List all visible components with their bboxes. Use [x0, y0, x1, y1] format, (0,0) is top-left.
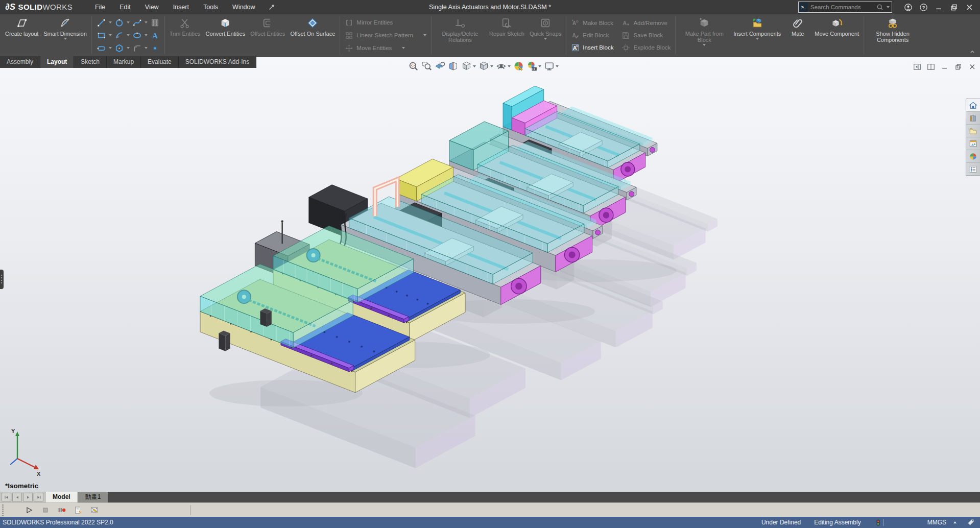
- unit-system-selector[interactable]: MMGS: [927, 519, 946, 526]
- hide-show-items-button[interactable]: [495, 60, 511, 72]
- add-remove-button[interactable]: AAdd/Remove: [619, 17, 673, 29]
- dropdown-arrow-icon[interactable]: [64, 38, 67, 40]
- menu-item-view[interactable]: View: [138, 0, 166, 14]
- tab-evaluate[interactable]: Evaluate: [141, 56, 179, 68]
- zoom-to-area-button[interactable]: [421, 60, 433, 72]
- nav-first-button[interactable]: [2, 493, 11, 501]
- sketch-fillet-button[interactable]: [131, 42, 144, 54]
- taskpane-custom-properties-button[interactable]: [966, 163, 980, 176]
- dropdown-arrow-icon[interactable]: [490, 65, 493, 67]
- search-icon[interactable]: [876, 4, 883, 11]
- graphics-area[interactable]: Y X *Isometric: [0, 56, 980, 492]
- dropdown-arrow-icon[interactable]: [108, 21, 113, 23]
- linear-sketch-pattern-button[interactable]: Linear Sketch Pattern: [342, 29, 429, 41]
- sketch-line-button[interactable]: [95, 17, 108, 29]
- dropdown-arrow-icon[interactable]: [108, 34, 113, 36]
- pane-split-button[interactable]: [927, 63, 935, 71]
- offset-on-surface-button[interactable]: Offset On Surface: [288, 14, 338, 56]
- pane-left-button[interactable]: [913, 63, 921, 71]
- record-button[interactable]: [56, 504, 68, 516]
- dropdown-arrow-icon[interactable]: [508, 65, 511, 67]
- tab-solidworks-add-ins[interactable]: SOLIDWORKS Add-Ins: [179, 56, 256, 68]
- edit-button[interactable]: [88, 504, 101, 516]
- sketch-rectangle-button[interactable]: [95, 30, 108, 41]
- edit-block-button[interactable]: AEdit Block: [568, 29, 616, 41]
- win-minimize-button[interactable]: [941, 63, 949, 71]
- tab-assembly[interactable]: Assembly: [0, 56, 40, 68]
- move-entities-button[interactable]: Move Entities: [342, 42, 429, 54]
- menu-item-window[interactable]: Window: [225, 0, 262, 14]
- panel-splitter-handle[interactable]: [0, 270, 4, 289]
- dropdown-arrow-icon[interactable]: [473, 65, 476, 67]
- dropdown-arrow-icon[interactable]: [144, 21, 149, 23]
- quick-snaps-button[interactable]: Quick Snaps: [527, 14, 564, 56]
- dropdown-arrow-icon[interactable]: [556, 65, 559, 67]
- taskpane-appearances-button[interactable]: [966, 150, 980, 163]
- dropdown-arrow-icon[interactable]: [538, 65, 541, 67]
- assembly-model[interactable]: [0, 56, 980, 492]
- sketch-spline-button[interactable]: [131, 17, 144, 29]
- explode-block-button[interactable]: Explode Block: [619, 41, 673, 54]
- dropdown-arrow-icon[interactable]: [144, 47, 149, 49]
- menu-item-insert[interactable]: Insert: [166, 0, 196, 14]
- convert-entities-button[interactable]: Convert Entities: [203, 14, 248, 56]
- display-style-button[interactable]: [478, 60, 494, 72]
- pin-menu-icon[interactable]: [268, 3, 276, 11]
- mate-button[interactable]: Mate: [783, 14, 812, 56]
- dropdown-arrow-icon[interactable]: [126, 21, 131, 23]
- taskpane-design-library-button[interactable]: [966, 112, 980, 125]
- motion-tab-model[interactable]: Model: [45, 492, 78, 502]
- view-orientation-button[interactable]: [461, 60, 476, 72]
- previous-view-button[interactable]: [434, 60, 446, 72]
- dropdown-arrow-icon[interactable]: [402, 47, 405, 49]
- sketch-slot-button[interactable]: [95, 42, 108, 54]
- smart-dimension-button[interactable]: Smart Dimension: [41, 14, 89, 56]
- sketch-circle-button[interactable]: [113, 17, 126, 29]
- display-delete-relations-button[interactable]: Display/Delete Relations: [434, 14, 487, 56]
- dropdown-arrow-icon[interactable]: [423, 34, 426, 36]
- search-scope-dropdown-icon[interactable]: [887, 6, 890, 8]
- sketch-point-button[interactable]: [149, 42, 161, 54]
- nav-prev-button[interactable]: [12, 493, 22, 501]
- insert-components-button[interactable]: Insert Components: [731, 14, 783, 56]
- save-block-button[interactable]: Save Block: [619, 29, 673, 41]
- motion-tab-動畫1[interactable]: 動畫1: [78, 492, 109, 502]
- tab-layout[interactable]: Layout: [40, 56, 74, 68]
- ribbon-collapse-button[interactable]: [969, 48, 976, 55]
- win-restore-button[interactable]: [946, 1, 962, 14]
- menu-item-file[interactable]: File: [88, 0, 112, 14]
- dropdown-arrow-icon[interactable]: [126, 34, 131, 36]
- zoom-to-fit-button[interactable]: [408, 60, 419, 72]
- repair-sketch-button[interactable]: Repair Sketch: [487, 14, 527, 56]
- search-input[interactable]: [808, 4, 876, 10]
- help-button[interactable]: ?: [916, 1, 931, 14]
- nav-last-button[interactable]: [34, 493, 43, 501]
- trim-entities-button[interactable]: Trim Entities: [167, 14, 203, 56]
- win-restore-button[interactable]: [954, 63, 963, 71]
- edit-appearance-button[interactable]: [513, 60, 524, 72]
- wizard-button[interactable]: [72, 504, 84, 516]
- tab-markup[interactable]: Markup: [107, 56, 141, 68]
- unit-system-caret-icon[interactable]: [951, 519, 959, 526]
- apply-scene-button[interactable]: [526, 60, 542, 72]
- dropdown-arrow-icon[interactable]: [756, 38, 759, 40]
- sketch-arc-button[interactable]: [113, 30, 126, 41]
- win-close-button[interactable]: [968, 63, 976, 71]
- mirror-entities-button[interactable]: Mirror Entities: [342, 16, 429, 29]
- tab-sketch[interactable]: Sketch: [74, 56, 107, 68]
- dropdown-arrow-icon[interactable]: [703, 44, 706, 46]
- move-component-button[interactable]: Move Component: [812, 14, 862, 56]
- show-hidden-components-button[interactable]: Show Hidden Components: [866, 14, 919, 56]
- make-block-button[interactable]: AMake Block: [568, 17, 616, 29]
- insert-block-button[interactable]: AInsert Block: [568, 41, 616, 54]
- taskpane-file-explorer-button[interactable]: [966, 125, 980, 137]
- section-view-button[interactable]: [447, 60, 459, 72]
- win-minimize-button[interactable]: [931, 1, 946, 14]
- view-settings-button[interactable]: [543, 60, 559, 72]
- dropdown-arrow-icon[interactable]: [126, 47, 131, 49]
- dropdown-arrow-icon[interactable]: [108, 47, 113, 49]
- menu-item-edit[interactable]: Edit: [112, 0, 138, 14]
- create-layout-button[interactable]: Create layout: [3, 14, 41, 56]
- win-close-button[interactable]: [962, 1, 977, 14]
- dropdown-arrow-icon[interactable]: [544, 38, 547, 40]
